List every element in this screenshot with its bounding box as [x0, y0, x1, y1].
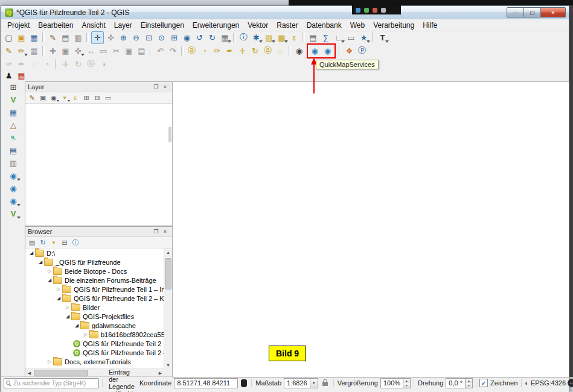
float-panel-icon[interactable]: ❐	[152, 228, 161, 236]
label-unpin-icon[interactable]: ✒	[16, 58, 27, 70]
menu-item[interactable]: Bearbeiten	[34, 20, 77, 31]
maximize-button[interactable]: ▢	[524, 7, 541, 17]
chevron-down-icon[interactable]: ▾	[310, 378, 318, 388]
add-vector-layer-icon[interactable]: V	[7, 93, 20, 106]
browser-tree-item[interactable]: ◢ QGIS-Projektfiles	[25, 312, 164, 321]
layer-styling-icon[interactable]: ✎	[27, 93, 37, 103]
menu-item[interactable]: Layer	[110, 20, 136, 31]
add-group-icon[interactable]: ▣	[38, 93, 48, 103]
measure-icon[interactable]: ∟	[333, 32, 344, 43]
move-label-icon[interactable]: ✛	[237, 45, 248, 57]
add-xyz-layer-icon[interactable]: ◉	[7, 182, 20, 194]
browser-tree-item[interactable]: ◢ Die einzelnen Forums-Beiträge	[25, 276, 164, 285]
add-mesh-layer-icon[interactable]: △	[7, 119, 20, 131]
save-edits-icon[interactable]: ▦	[28, 45, 40, 57]
label-move-icon[interactable]: ✛	[60, 58, 71, 70]
add-virtual-layer-icon[interactable]: V	[7, 207, 20, 220]
zoom-next-icon[interactable]: ↻	[206, 32, 218, 43]
collapsed-arrow-icon[interactable]: ▷	[55, 286, 62, 292]
add-delimited-text-layer-icon[interactable]: 9,	[7, 131, 20, 144]
manage-map-themes-icon[interactable]: ◉	[49, 93, 59, 103]
save-project-icon[interactable]: ▦	[28, 32, 40, 43]
run-feature-action-icon[interactable]: ✱	[251, 32, 262, 43]
properties-widget-icon[interactable]: ⓘ	[71, 238, 80, 247]
add-raster-layer-icon[interactable]: ▦	[7, 106, 20, 118]
current-edits-icon[interactable]: ✎	[3, 45, 14, 57]
pan-map-icon[interactable]: ✛	[91, 31, 104, 44]
layer-labeling-icon[interactable]: ⓐ	[186, 45, 197, 57]
plugin-pin-tool-icon[interactable]: ♟	[3, 70, 14, 81]
browser-tree-item[interactable]: ▷ Docs, externeTutorials	[25, 357, 164, 366]
lock-scale-icon[interactable]	[322, 382, 328, 386]
add-wms-layer-icon[interactable]: ◉	[7, 169, 20, 182]
collapsed-arrow-icon[interactable]: ▷	[46, 268, 53, 274]
python-console-icon[interactable]: Ⓟ	[356, 45, 368, 57]
spin-down-icon[interactable]: ▾	[466, 383, 472, 388]
browser-tree-item[interactable]: ◢ gdalwmscache	[25, 321, 164, 330]
menu-item[interactable]: Web	[346, 20, 369, 31]
add-record-icon[interactable]: ▣	[60, 45, 71, 57]
messages-icon[interactable]: ⋯	[568, 379, 573, 387]
remove-layer-icon[interactable]: ▭	[103, 93, 113, 103]
menu-item[interactable]: Raster	[272, 20, 302, 31]
scroll-up-icon[interactable]: ▲	[164, 248, 172, 256]
filter-by-expression-icon[interactable]: ε	[71, 93, 80, 103]
expanded-arrow-icon[interactable]: ◢	[28, 250, 35, 256]
quickmapservices-icon[interactable]: ◉	[309, 45, 321, 57]
browser-tree-item[interactable]: Q QGIS für Pilzfreunde Teil 2 -	[25, 348, 164, 357]
browser-tree-item[interactable]: ◢ D:\	[25, 248, 164, 258]
expanded-arrow-icon[interactable]: ◢	[37, 259, 44, 265]
filter-browser-icon[interactable]: ▼	[49, 238, 59, 247]
label-change-icon[interactable]: ⓐ	[85, 58, 97, 70]
layer-scrollbar-thumb[interactable]	[168, 127, 171, 142]
open-project-icon[interactable]: ▣	[16, 32, 27, 43]
scroll-down-icon[interactable]: ▼	[164, 361, 172, 369]
browser-tree-item[interactable]: ▷ b16d16bcf8902cea55a9	[25, 330, 164, 339]
quickmapservices-search-icon[interactable]: ◉	[322, 45, 333, 57]
crs-button[interactable]: ◐ EPSG:4326	[525, 379, 566, 387]
move-feature-icon[interactable]: ↔	[85, 45, 97, 57]
browser-tree-item[interactable]: ▷ QGIS für Pilzfreunde Teil 1 – Install	[25, 285, 164, 294]
deselect-features-icon[interactable]: ▩	[276, 32, 287, 43]
identify-features-icon[interactable]: ⓘ	[238, 32, 249, 43]
osm-place-search-icon[interactable]: ❖	[344, 45, 355, 57]
layout-manager-icon[interactable]: ▥	[72, 32, 84, 43]
label-hide-icon[interactable]: ◔	[41, 58, 53, 70]
filter-legend-icon[interactable]: ▼	[60, 93, 69, 103]
browser-tree-item[interactable]: ▷ Bilder	[25, 303, 164, 312]
digitize-with-segment-icon[interactable]: ✚	[47, 45, 59, 57]
menu-item[interactable]: Datenbank	[303, 20, 346, 31]
scrollbar-thumb[interactable]	[34, 370, 88, 376]
rotation-spin[interactable]: 0,0 ° ▴▾	[446, 378, 473, 388]
select-features-icon[interactable]: ▨	[263, 32, 275, 43]
select-by-expression-icon[interactable]: ε	[289, 32, 300, 43]
expanded-arrow-icon[interactable]: ◢	[46, 277, 53, 283]
copy-features-icon[interactable]: ▣	[123, 45, 135, 57]
plugin-area-tool-icon[interactable]: ▦	[16, 70, 27, 81]
close-panel-icon[interactable]: ×	[161, 228, 170, 236]
magnifier-spin[interactable]: 100% ▴▾	[380, 378, 411, 388]
zoom-native-icon[interactable]: ◉	[181, 32, 193, 43]
label-show-icon[interactable]: ◌	[28, 58, 40, 70]
coordinate-value[interactable]: 8.51271,48.84211	[174, 378, 238, 388]
pan-to-selection-icon[interactable]: ✜	[105, 32, 117, 43]
expanded-arrow-icon[interactable]: ◢	[73, 323, 80, 328]
menu-item[interactable]: Vektor	[243, 20, 272, 31]
delete-selected-icon[interactable]: ▭	[98, 45, 109, 57]
add-postgis-layer-icon[interactable]: ▤	[7, 144, 20, 156]
style-manager-icon[interactable]: ✎	[47, 32, 59, 43]
browser-tree-item[interactable]: ▷ Beide Biotope - Docs	[25, 267, 164, 276]
collapsed-arrow-icon[interactable]: ▷	[82, 332, 89, 337]
vertex-tool-icon[interactable]: ✜	[72, 45, 84, 57]
highlight-pinned-labels-icon[interactable]: ✒	[224, 45, 235, 57]
open-attribute-table-icon[interactable]: ▤	[307, 32, 319, 43]
float-panel-icon[interactable]: ❐	[152, 83, 161, 91]
collapsed-arrow-icon[interactable]: ▷	[46, 359, 53, 364]
browser-tree-item[interactable]: ◢ _QGIS für Pilzfreunde	[25, 258, 164, 267]
redo-icon[interactable]: ↷	[167, 45, 179, 57]
scale-combo[interactable]: 1:6826 ▾	[284, 378, 318, 388]
zoom-in-icon[interactable]: ⊕	[118, 32, 129, 43]
label-rotate-icon[interactable]: ↻	[72, 58, 84, 70]
menu-item[interactable]: Projekt	[3, 20, 34, 31]
paste-features-icon[interactable]: ▤	[136, 45, 147, 57]
